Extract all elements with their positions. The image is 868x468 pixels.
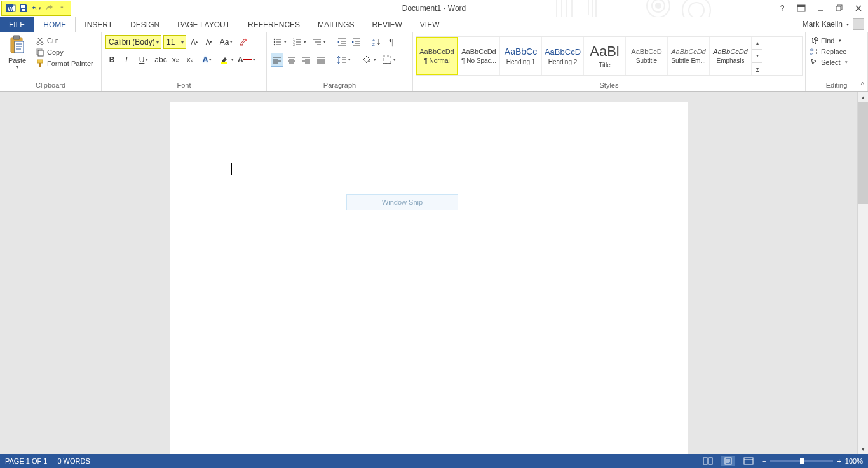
line-spacing-button[interactable]: ▾ <box>335 53 353 67</box>
vertical-scrollbar[interactable]: ▴ ▾ <box>857 92 868 454</box>
tab-file[interactable]: FILE <box>0 17 34 32</box>
style-normal[interactable]: AaBbCcDd¶ Normal <box>416 37 458 75</box>
web-layout-view-button[interactable] <box>742 456 756 466</box>
select-button[interactable]: Select▾ <box>810 58 848 67</box>
sort-button[interactable]: AZ <box>370 35 383 49</box>
text-effects-button[interactable]: A▾ <box>198 53 216 67</box>
align-left-button[interactable] <box>271 53 283 67</box>
close-icon[interactable] <box>851 1 865 15</box>
tab-design[interactable]: DESIGN <box>121 17 168 32</box>
tab-insert[interactable]: INSERT <box>76 17 121 32</box>
style-emphasis[interactable]: AaBbCcDdEmphasis <box>710 37 752 75</box>
svg-rect-36 <box>37 60 43 63</box>
replace-button[interactable]: abacReplace <box>810 47 848 56</box>
superscript-button[interactable]: x2 <box>184 53 196 67</box>
ribbon-display-icon[interactable] <box>794 1 808 15</box>
user-account[interactable]: Mark Kaelin ▾ <box>803 18 864 30</box>
font-color-button[interactable]: A▾ <box>238 53 255 67</box>
numbering-button[interactable]: 123▾ <box>290 35 308 49</box>
svg-rect-35 <box>38 50 43 56</box>
styles-scroll-down[interactable]: ▾ <box>752 50 762 62</box>
read-mode-view-button[interactable] <box>701 456 715 466</box>
tab-page-layout[interactable]: PAGE LAYOUT <box>168 17 239 32</box>
tab-references[interactable]: REFERENCES <box>239 17 309 32</box>
format-painter-button[interactable]: Format Painter <box>36 59 93 68</box>
font-size-combo[interactable]: 11▾ <box>163 35 186 49</box>
subscript-button[interactable]: x2 <box>169 53 182 67</box>
group-clipboard: Paste ▾ Cut Copy Format Painter Clipboar… <box>0 32 102 91</box>
word-count-status[interactable]: 0 WORDS <box>57 457 90 465</box>
zoom-in-button[interactable]: + <box>837 457 841 465</box>
style-subtle-emphasis[interactable]: AaBbCcDdSubtle Em... <box>668 37 710 75</box>
show-paragraph-marks-button[interactable]: ¶ <box>385 35 398 49</box>
cut-button[interactable]: Cut <box>36 36 93 45</box>
strikethrough-button[interactable]: abc <box>154 53 167 67</box>
tab-mailings[interactable]: MAILINGS <box>309 17 363 32</box>
style-heading2[interactable]: AaBbCcDHeading 2 <box>542 37 584 75</box>
underline-button[interactable]: U▾ <box>135 53 153 67</box>
zoom-level-label[interactable]: 100% <box>845 457 863 465</box>
highlight-button[interactable]: ▾ <box>218 53 236 67</box>
shading-button[interactable]: ▾ <box>360 53 378 67</box>
ribbon-tabs: FILE HOME INSERT DESIGN PAGE LAYOUT REFE… <box>0 17 868 32</box>
styles-expand[interactable]: ▾̲ <box>752 63 762 75</box>
paste-dropdown-caret: ▾ <box>16 64 18 70</box>
font-name-combo[interactable]: Calibri (Body)▾ <box>105 35 161 49</box>
align-right-button[interactable] <box>300 53 313 67</box>
increase-indent-button[interactable] <box>350 35 363 49</box>
svg-point-31 <box>41 42 43 45</box>
help-icon[interactable]: ? <box>775 1 789 15</box>
justify-button[interactable] <box>315 53 327 67</box>
styles-scroll-up[interactable]: ▴ <box>752 37 762 50</box>
zoom-slider-handle[interactable] <box>800 458 804 464</box>
style-no-spacing[interactable]: AaBbCcDd¶ No Spac... <box>458 37 500 75</box>
clear-formatting-button[interactable] <box>237 35 250 49</box>
zoom-control: − + 100% <box>762 457 863 465</box>
bullets-button[interactable]: ▾ <box>271 35 288 49</box>
window-title: Document1 - Word <box>0 4 868 13</box>
decrease-font-button[interactable]: A▾ <box>203 35 215 49</box>
scroll-up-button[interactable]: ▴ <box>858 92 868 102</box>
copy-button[interactable]: Copy <box>36 48 93 57</box>
tab-view[interactable]: VIEW <box>411 17 449 32</box>
select-icon <box>810 58 818 67</box>
paste-button[interactable]: Paste ▾ <box>4 35 31 70</box>
align-center-button[interactable] <box>285 53 298 67</box>
find-button[interactable]: Find▾ <box>810 36 848 45</box>
page-number-status[interactable]: PAGE 1 OF 1 <box>5 457 47 465</box>
group-editing: Find▾ abacReplace Select▾ Editing <box>806 32 868 91</box>
collapse-ribbon-button[interactable]: ^ <box>861 81 864 88</box>
style-subtitle[interactable]: AaBbCcDSubtitle <box>626 37 668 75</box>
scroll-thumb[interactable] <box>858 102 868 204</box>
zoom-slider[interactable] <box>770 460 833 462</box>
user-avatar-icon <box>853 18 864 30</box>
svg-rect-91 <box>709 458 712 464</box>
paste-label: Paste <box>8 57 26 64</box>
svg-rect-96 <box>744 458 753 464</box>
bold-button[interactable]: B <box>105 53 118 67</box>
group-font: Calibri (Body)▾ 11▾ A▴ A▾ Aa▾ B I U▾ abc… <box>102 32 267 91</box>
tab-home[interactable]: HOME <box>34 17 76 32</box>
scissors-icon <box>36 36 44 45</box>
decrease-indent-button[interactable] <box>336 35 348 49</box>
borders-button[interactable]: ▾ <box>380 53 398 67</box>
minimize-icon[interactable] <box>813 1 827 15</box>
tab-review[interactable]: REVIEW <box>363 17 410 32</box>
document-page[interactable] <box>170 102 688 454</box>
font-group-label: Font <box>102 81 266 91</box>
increase-font-button[interactable]: A▴ <box>188 35 201 49</box>
find-label: Find <box>821 37 834 45</box>
change-case-button[interactable]: Aa▾ <box>217 35 235 49</box>
italic-button[interactable]: I <box>120 53 133 67</box>
restore-icon[interactable] <box>832 1 846 15</box>
style-title[interactable]: AaBlTitle <box>584 37 626 75</box>
document-area[interactable] <box>0 92 857 454</box>
svg-rect-25 <box>13 36 20 39</box>
svg-rect-37 <box>39 63 41 67</box>
multilevel-list-button[interactable]: ▾ <box>310 35 328 49</box>
styles-gallery-scroll: ▴ ▾ ▾̲ <box>752 37 762 75</box>
style-heading1[interactable]: AaBbCcHeading 1 <box>500 37 542 75</box>
scroll-down-button[interactable]: ▾ <box>858 443 868 454</box>
print-layout-view-button[interactable] <box>721 456 735 466</box>
zoom-out-button[interactable]: − <box>762 457 766 465</box>
